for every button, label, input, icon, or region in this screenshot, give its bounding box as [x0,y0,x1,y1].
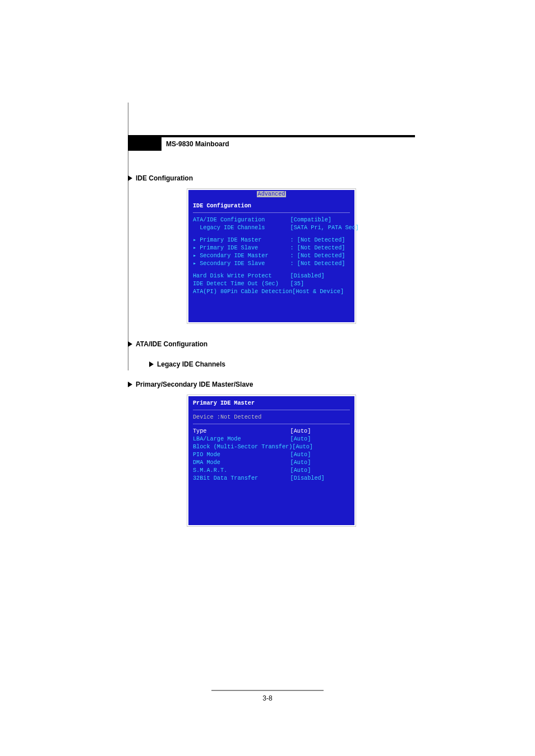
bios-row-value: : [Not Detected] [290,244,350,252]
header-row: MS-9830 Mainboard [128,137,415,151]
bios-row-label: S.M.A.R.T. [193,467,290,475]
bios-title: IDE Configuration [193,202,350,213]
bios-device-line: Device :Not Detected [193,414,350,424]
bios-row-value: [Disabled] [290,475,350,483]
bios-row: Type [Auto] [193,428,350,435]
bios-row-value: [Auto] [290,428,350,435]
gap [193,268,350,272]
bios-row-label: 32Bit Data Transfer [193,475,290,483]
section-label: Primary/Secondary IDE Master/Slave [136,381,253,388]
bios-row-label: ATA/IDE Configuration [193,216,290,224]
bios-row: 32Bit Data Transfer [Disabled] [193,475,350,483]
bios-row-value: [Compatible] [290,216,350,224]
header-title: MS-9830 Mainboard [162,137,415,151]
bios-row: S.M.A.R.T. [Auto] [193,467,350,475]
bios-title: Primary IDE Master [193,400,350,410]
bios-row-label: PIO Mode [193,451,290,459]
bios-row: Block (Multi-Sector Transfer) [Auto] [193,443,350,451]
arrow-right-icon [128,175,132,181]
section-ata-ide-config: ATA/IDE Configuration [128,340,415,348]
bios-row-value: [Auto] [290,451,350,459]
bios-body: Primary IDE Master Device :Not Detected … [188,396,354,525]
bios-row-value: [Disabled] [290,272,350,280]
bios-row: ▸ Primary IDE Slave : [Not Detected] [193,244,350,252]
bios-row-value: [Auto] [290,435,350,443]
bios-row: ATA/IDE Configuration [Compatible] [193,216,350,224]
bios-row-value: : [Not Detected] [290,252,350,260]
bios-tabbar: Advanced [188,190,354,199]
bios-row: LBA/Large Mode [Auto] [193,435,350,443]
bios-row-value: [Auto] [292,443,350,451]
section-ide-configuration: IDE Configuration [128,174,415,182]
bios-screenshot-primary-ide-master: Primary IDE Master Device :Not Detected … [187,395,356,526]
bios-row-label: ▸ Primary IDE Master [193,236,290,244]
section-label: IDE Configuration [136,174,193,182]
bios-row-value: [Auto] [290,467,350,475]
arrow-right-icon [128,341,132,347]
bios-row-label: Type [193,428,290,435]
bios-row-label: ATA(PI) 80Pin Cable Detection [193,288,292,296]
bios-screenshot-ide-config: Advanced IDE Configuration ATA/IDE Confi… [187,189,356,323]
bios-body: IDE Configuration ATA/IDE Configuration … [188,199,354,322]
bios-row: DMA Mode [Auto] [193,459,350,467]
arrow-right-icon [149,361,154,367]
bios-row: ▸ Secondary IDE Master : [Not Detected] [193,252,350,260]
bios-row: PIO Mode [Auto] [193,451,350,459]
bios-row-value: [SATA Pri, PATA Sec] [290,224,359,232]
bios-row: ATA(PI) 80Pin Cable Detection [Host & De… [193,288,350,296]
bios-row-value: [Host & Device] [292,288,350,296]
bios-row-label: ▸ Secondary IDE Slave [193,260,290,268]
bios-row-label: Hard Disk Write Protect [193,272,290,280]
section-primary-secondary: Primary/Secondary IDE Master/Slave [128,381,415,388]
bios-row-label: DMA Mode [193,459,290,467]
content-column: MS-9830 Mainboard IDE Configuration Adva… [128,135,415,526]
page: MS-9830 Mainboard IDE Configuration Adva… [0,0,535,756]
footer-rule [211,690,324,691]
bios-row-value: [Auto] [290,459,350,467]
bios-row-value: [35] [290,280,350,288]
bios-row-label: Legacy IDE Channels [193,224,290,232]
bios-row-label: LBA/Large Mode [193,435,290,443]
bios-row: IDE Detect Time Out (Sec) [35] [193,280,350,288]
arrow-right-icon [128,382,132,387]
bios-row-label: Block (Multi-Sector Transfer) [193,443,292,451]
bios-row: Hard Disk Write Protect [Disabled] [193,272,350,280]
bios-tab-advanced: Advanced [257,191,287,197]
section-label: Legacy IDE Channels [157,360,225,368]
bios-row: ▸ Primary IDE Master : [Not Detected] [193,236,350,244]
header-lead-block [128,137,162,151]
gap [193,232,350,236]
section-legacy-ide-channels: Legacy IDE Channels [149,360,415,368]
bios-row-label: ▸ Secondary IDE Master [193,252,290,260]
footer-page-number: 3-8 [211,694,324,702]
bios-row-value: : [Not Detected] [290,260,350,268]
bios-row: ▸ Secondary IDE Slave : [Not Detected] [193,260,350,268]
section-label: ATA/IDE Configuration [136,340,207,348]
bios-row: Legacy IDE Channels [SATA Pri, PATA Sec] [193,224,350,232]
bios-row-label: IDE Detect Time Out (Sec) [193,280,290,288]
bios-row-label: ▸ Primary IDE Slave [193,244,290,252]
bios-row-value: : [Not Detected] [290,236,350,244]
